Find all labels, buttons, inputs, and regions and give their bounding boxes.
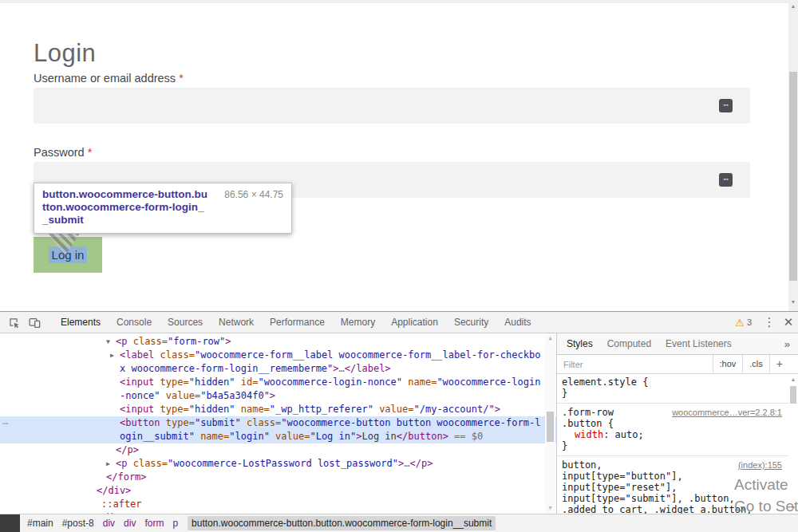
- breadcrumb-bar: #main#post-8divdivformpbutton.woocommerc…: [0, 514, 798, 532]
- page-scrollbar[interactable]: ▲ ▼: [788, 0, 798, 311]
- device-toolbar-icon[interactable]: [24, 312, 45, 333]
- breadcrumbs: #main#post-8divdivformpbutton.woocommerc…: [23, 516, 496, 530]
- stylesheet-link[interactable]: (index):155: [738, 459, 782, 471]
- tab-application[interactable]: Application: [383, 312, 446, 333]
- elements-scrollbar-thumb[interactable]: [547, 412, 554, 442]
- overflow-menu-icon[interactable]: ⋮: [760, 315, 779, 329]
- tree-node[interactable]: </div>: [0, 484, 556, 498]
- devtools-panel: ElementsConsoleSourcesNetworkPerformance…: [0, 311, 798, 532]
- username-label-text: Username or email address: [34, 72, 176, 85]
- styles-sidebar: » StylesComputedEvent Listeners :hov .cl…: [556, 333, 798, 514]
- console-warning-badge[interactable]: ⚠ 3: [735, 317, 752, 329]
- devtools-toolbar: ElementsConsoleSourcesNetworkPerformance…: [0, 312, 798, 333]
- page-title: Login: [34, 39, 96, 68]
- rule-line: input[type="submit"], .button,: [557, 493, 782, 504]
- elements-scrollbar[interactable]: ▲ ▼: [545, 333, 555, 514]
- password-label-text: Password: [34, 146, 85, 159]
- tab-security[interactable]: Security: [446, 312, 496, 333]
- screen: Login Username or email address * ⋯ Pass…: [0, 0, 798, 532]
- tree-node[interactable]: ▶<p class="woocommerce-LostPassword lost…: [0, 457, 556, 471]
- scroll-up-icon[interactable]: ▲: [788, 1, 798, 12]
- username-label: Username or email address *: [34, 72, 184, 85]
- rule-line: }: [557, 388, 782, 399]
- warning-icon: ⚠: [735, 317, 745, 329]
- input-extension-icon[interactable]: ⋯: [719, 173, 733, 187]
- tree-overflow-ellipsis: ⋯: [2, 418, 7, 429]
- taskbar-corner: [0, 514, 20, 532]
- required-asterisk: *: [88, 146, 93, 159]
- tab-sources[interactable]: Sources: [160, 312, 211, 333]
- tree-node[interactable]: </form>: [0, 471, 556, 484]
- tree-node-selected[interactable]: <button type="submit" class="woocommerce…: [0, 416, 556, 443]
- rule-line: .button {: [557, 418, 782, 429]
- styles-filter-input[interactable]: [557, 360, 713, 369]
- new-style-rule-button[interactable]: +: [769, 355, 790, 373]
- tree-node[interactable]: ::after: [0, 498, 556, 511]
- rule-line: input[type="reset"],: [557, 482, 782, 493]
- rule-line: }: [557, 440, 782, 451]
- twisty-icon[interactable]: ▶: [106, 457, 116, 471]
- tooltip-dimensions: 86.56 × 44.75: [224, 189, 283, 200]
- elements-tree: ▼<p class="form-row">▶<label class="wooc…: [0, 333, 556, 514]
- breadcrumb-item[interactable]: #main: [23, 516, 57, 530]
- sidebar-tab-event-listeners[interactable]: Event Listeners: [666, 333, 732, 354]
- tree-node[interactable]: ▼<p class="form-row">: [0, 335, 556, 349]
- breadcrumb-item[interactable]: button.woocommerce-button.button.woocomm…: [188, 516, 496, 530]
- window-edge: [0, 0, 798, 3]
- rule-line: width: auto;: [557, 429, 782, 440]
- tree-node[interactable]: </p>: [0, 443, 556, 457]
- style-rule: (index):155button,input[type="button"],i…: [557, 456, 788, 514]
- tab-elements[interactable]: Elements: [53, 312, 109, 333]
- devtools-tabs: ElementsConsoleSourcesNetworkPerformance…: [53, 312, 539, 333]
- password-label: Password *: [34, 146, 92, 159]
- rule-line: input[type="button"],: [557, 471, 782, 482]
- sidebar-tab-computed[interactable]: Computed: [607, 333, 651, 354]
- twisty-icon[interactable]: ▶: [110, 349, 120, 362]
- tab-audits[interactable]: Audits: [496, 312, 539, 333]
- close-devtools-icon[interactable]: ✕: [779, 315, 798, 329]
- tooltip-selector: button.woocommerce-button.button.woocomm…: [42, 188, 208, 227]
- tree-node[interactable]: ▶<label class="woocommerce-form__label w…: [0, 349, 556, 376]
- tree-node[interactable]: <input type="hidden" name="_wp_http_refe…: [0, 403, 556, 416]
- styles-scrollbar[interactable]: ▲ ▼: [788, 373, 798, 514]
- styles-filter-row: :hov .cls +: [557, 355, 798, 374]
- tab-console[interactable]: Console: [109, 312, 160, 333]
- styles-rules: element.style {}woocommerce…ver=2.2.8:1.…: [557, 373, 788, 514]
- username-input[interactable]: ⋯: [34, 88, 750, 124]
- scroll-down-icon[interactable]: ▼: [788, 297, 798, 308]
- breadcrumb-item[interactable]: #post-8: [58, 516, 98, 530]
- breadcrumb-item[interactable]: p: [168, 516, 182, 530]
- more-tabs-icon[interactable]: »: [784, 338, 790, 350]
- breadcrumb-item[interactable]: div: [99, 516, 119, 530]
- stylesheet-link[interactable]: woocommerce…ver=2.2.8:1: [672, 407, 782, 418]
- breadcrumb-item[interactable]: form: [140, 516, 168, 530]
- devtools-main: ▼<p class="form-row">▶<label class="wooc…: [0, 333, 798, 514]
- scroll-down-icon[interactable]: ▼: [788, 503, 798, 513]
- inspect-tooltip: button.woocommerce-button.button.woocomm…: [34, 183, 292, 234]
- style-rule: element.style {}: [557, 373, 788, 404]
- scroll-up-icon[interactable]: ▲: [545, 333, 555, 343]
- scroll-up-icon[interactable]: ▲: [788, 375, 798, 384]
- input-extension-icon[interactable]: ⋯: [719, 99, 733, 112]
- tab-network[interactable]: Network: [211, 312, 262, 333]
- scroll-down-icon[interactable]: ▼: [545, 503, 555, 513]
- inspect-element-icon[interactable]: [3, 312, 24, 333]
- styles-tabs: » StylesComputedEvent Listeners: [557, 333, 798, 355]
- required-asterisk: *: [179, 72, 184, 85]
- browser-page: Login Username or email address * ⋯ Pass…: [0, 0, 798, 311]
- toggle-class-button[interactable]: .cls: [742, 355, 769, 373]
- rule-line: element.style {: [557, 376, 782, 388]
- style-rule: woocommerce…ver=2.2.8:1.form-row.button …: [557, 404, 788, 456]
- page-scrollbar-thumb[interactable]: [789, 72, 797, 281]
- tree-node[interactable]: <input type="hidden" id="woocommerce-log…: [0, 376, 556, 403]
- breadcrumb-item[interactable]: div: [120, 516, 140, 530]
- sidebar-tab-styles[interactable]: Styles: [567, 333, 593, 354]
- tab-performance[interactable]: Performance: [262, 312, 333, 333]
- styles-scrollbar-thumb[interactable]: [790, 386, 796, 404]
- warning-count: 3: [747, 317, 752, 327]
- toggle-hover-button[interactable]: :hov: [713, 355, 743, 373]
- tab-memory[interactable]: Memory: [333, 312, 383, 333]
- twisty-icon[interactable]: ▼: [106, 335, 116, 349]
